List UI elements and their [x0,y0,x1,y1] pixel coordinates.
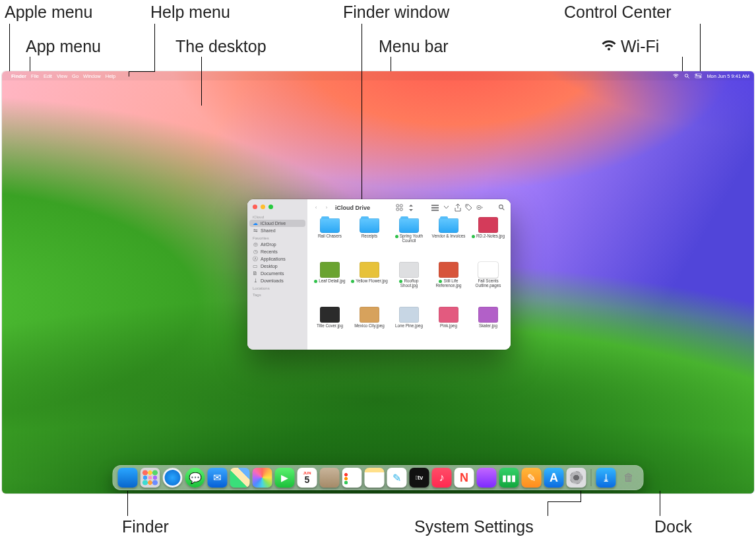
sidebar-item-downloads[interactable]: ⤓Downloads [247,277,307,284]
svg-rect-11 [431,207,439,208]
image-thumbnail [478,217,498,233]
sidebar-item-applications[interactable]: ⒶApplications [247,255,307,263]
menu-go[interactable]: Go [72,73,79,79]
view-switcher-icon[interactable] [407,204,414,211]
dock-tv-icon[interactable]: tv [410,468,429,488]
file-item[interactable]: Skater.jpg [470,307,507,346]
zoom-button[interactable] [268,205,273,209]
dock-news-icon[interactable]: N [455,468,474,488]
sidebar-item-desktop[interactable]: ▭Desktop [247,263,307,270]
forward-button[interactable]: › [323,205,330,210]
file-item[interactable]: Rooftop Shoot.jpg [391,262,427,305]
dock-photos-icon[interactable] [253,468,272,488]
finder-content: ‹ › iCloud Drive Rail ChasersReceiptsSpr… [307,199,511,350]
chevron-down-icon[interactable] [443,204,450,211]
tag-dot-green [351,280,354,283]
menu-bar-clock[interactable]: Mon Jun 5 9:41 AM [707,73,749,79]
finder-toolbar: ‹ › iCloud Drive [307,199,511,216]
file-name: Receipts [362,234,378,239]
dock-contacts-icon[interactable] [320,468,340,488]
image-thumbnail [439,307,458,323]
dock-trash-icon[interactable]: 🗑 [619,468,639,488]
dock-notes-icon[interactable] [365,468,385,488]
dock-numbers-icon[interactable]: ▮▮▮ [499,468,519,488]
share-button[interactable] [454,204,461,211]
sidebar-item-label: Desktop [261,264,278,269]
dock-finder-icon[interactable] [118,468,138,488]
dock-facetime-icon[interactable]: ▶ [275,468,295,488]
sidebar-item-label: iCloud Drive [261,221,286,226]
menu-file[interactable]: File [31,73,39,79]
dock-calendar-icon[interactable]: JUN5 [298,468,317,488]
sidebar-item-label: Recents [261,249,278,254]
file-item[interactable]: Spring Youth Council [391,217,427,261]
image-thumbnail [320,307,340,323]
svg-point-15 [499,205,503,209]
callout-help-menu: Help menu [150,3,230,22]
callout-system-settings: System Settings [414,517,534,536]
dock-freeform-icon[interactable]: ✎ [387,468,407,488]
dock-pages-icon[interactable]: ✎ [522,468,542,488]
file-item[interactable]: Rail Chasers [311,217,348,261]
dock-maps-icon[interactable] [230,468,250,488]
sidebar-item-icloud-drive[interactable]: ☁︎iCloud Drive [249,220,305,227]
minimize-button[interactable] [261,205,265,209]
document-icon [478,262,498,278]
file-item[interactable]: Still Life Reference.jpg [430,262,467,305]
image-thumbnail [399,307,419,323]
finder-title: iCloud Drive [335,205,370,211]
close-button[interactable] [253,205,257,209]
search-button[interactable] [498,204,505,211]
file-item[interactable]: Title Cover.jpg [311,307,348,346]
dock-system-settings-icon[interactable] [567,468,586,488]
dock[interactable]: 💬✉︎▶JUN5✎tv♪N▮▮▮✎A⤓🗑 [113,465,644,490]
file-item[interactable]: Mexico City.jpeg [351,307,388,346]
menu-view[interactable]: View [57,73,67,79]
folder-icon [360,218,379,233]
dock-podcasts-icon[interactable] [477,468,497,488]
file-item[interactable]: RD.2-Notes.jpg [470,217,507,261]
dock-music-icon[interactable]: ♪ [432,468,452,488]
sidebar-item-label: AirDrop [261,242,276,247]
dock-messages-icon[interactable]: 💬 [185,468,205,488]
folder-icon [320,218,340,233]
file-item[interactable]: Yellow Flower.jpg [351,262,388,305]
menu-window[interactable]: Window [83,73,101,79]
dock-downloads-icon[interactable]: ⤓ [596,468,616,488]
file-name: Pink.jpeg [440,324,457,329]
callout-apple-menu: Apple menu [5,3,92,22]
recents-icon: ◷ [253,249,258,255]
sidebar-item-recents[interactable]: ◷Recents [247,248,307,255]
sidebar-item-airdrop[interactable]: ◎AirDrop [247,241,307,248]
file-item[interactable]: Lone Pine.jpeg [391,307,427,346]
spotlight-icon[interactable] [684,73,690,79]
file-item[interactable]: Vendor & Invoices [430,217,467,261]
app-menu[interactable]: Finder [11,73,26,79]
dock-safari-icon[interactable] [163,468,183,488]
sidebar-item-shared[interactable]: ⇋Shared [247,227,307,234]
wifi-status-icon[interactable] [672,73,679,79]
view-icons-button[interactable] [396,204,403,211]
menu-help[interactable]: Help [106,73,115,79]
dock-reminders-icon[interactable] [342,468,362,488]
back-button[interactable]: ‹ [313,205,319,210]
finder-icon-grid[interactable]: Rail ChasersReceiptsSpring Youth Council… [307,216,511,350]
group-button[interactable] [431,204,439,211]
callout-finder: Finder [122,517,169,536]
window-controls [247,202,307,213]
control-center-icon[interactable] [695,73,702,79]
action-button[interactable] [476,204,484,211]
file-item[interactable]: Receipts [351,217,388,261]
tags-button[interactable] [465,204,472,211]
dock-mail-icon[interactable]: ✉︎ [208,468,228,488]
finder-window[interactable]: iCloud☁︎iCloud Drive⇋SharedFavorites◎Air… [247,199,511,350]
file-item[interactable]: Leaf Detail.jpg [311,262,348,305]
menu-edit[interactable]: Edit [44,73,52,79]
sidebar-section-header: Tags [247,291,307,298]
mac-desktop-screenshot: Finder File Edit View Go Window Help Mon… [2,71,754,493]
sidebar-item-documents[interactable]: 🗎Documents [247,270,307,277]
dock-launchpad-icon[interactable] [141,468,160,488]
dock-app-store-icon[interactable]: A [544,468,564,488]
file-item[interactable]: Pink.jpeg [430,307,467,346]
file-item[interactable]: Fall Scents Outline.pages [470,262,507,305]
